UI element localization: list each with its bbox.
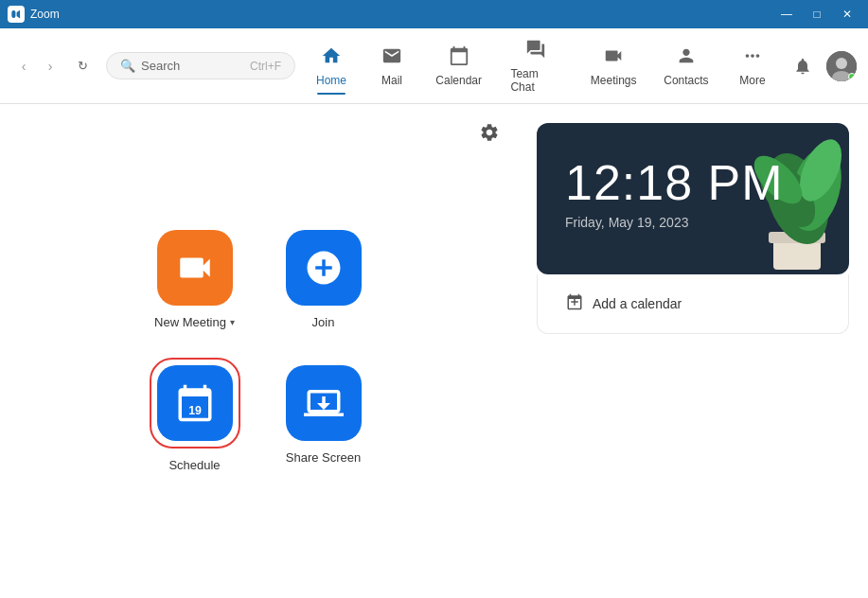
online-status-dot bbox=[848, 73, 856, 80]
app-title: Zoom bbox=[30, 8, 60, 21]
tab-mail[interactable]: Mail bbox=[363, 40, 420, 93]
calendar-add-icon bbox=[566, 293, 583, 314]
nav-right bbox=[788, 51, 857, 81]
tab-contacts[interactable]: Contacts bbox=[652, 40, 720, 93]
zoom-logo-icon bbox=[8, 6, 25, 23]
dropdown-arrow-icon: ▾ bbox=[230, 317, 235, 327]
new-meeting-item: New Meeting ▾ bbox=[154, 230, 235, 329]
tab-mail-label: Mail bbox=[381, 74, 402, 87]
tab-meetings-label: Meetings bbox=[591, 74, 637, 87]
mail-icon bbox=[381, 45, 402, 71]
refresh-button[interactable]: ↻ bbox=[70, 54, 95, 79]
search-placeholder: Search bbox=[141, 59, 244, 73]
tab-more-label: More bbox=[739, 74, 765, 87]
settings-button[interactable] bbox=[476, 119, 503, 146]
svg-text:19: 19 bbox=[188, 404, 202, 417]
forward-button[interactable]: › bbox=[38, 54, 62, 79]
avatar[interactable] bbox=[826, 51, 857, 81]
share-screen-label: Share Screen bbox=[286, 450, 362, 465]
tab-more[interactable]: More bbox=[724, 40, 781, 93]
join-label: Join bbox=[312, 315, 335, 329]
tab-contacts-label: Contacts bbox=[664, 74, 708, 87]
clock-date: Friday, May 19, 2023 bbox=[565, 215, 821, 230]
minimize-button[interactable]: — bbox=[773, 5, 800, 24]
schedule-selected-border: 19 bbox=[150, 358, 240, 448]
search-icon: 🔍 bbox=[120, 59, 135, 73]
tab-calendar-label: Calendar bbox=[435, 74, 482, 87]
meetings-icon bbox=[603, 45, 624, 71]
schedule-item: 19 Schedule bbox=[150, 358, 240, 472]
notifications-button[interactable] bbox=[788, 52, 817, 80]
calendar-icon bbox=[449, 45, 469, 71]
title-bar: Zoom — □ ✕ bbox=[0, 0, 868, 28]
new-meeting-button[interactable] bbox=[157, 230, 233, 306]
title-bar-left: Zoom bbox=[8, 6, 60, 23]
schedule-label: Schedule bbox=[168, 458, 220, 472]
chat-icon bbox=[525, 39, 546, 64]
search-shortcut: Ctrl+F bbox=[250, 60, 281, 73]
nav-tabs: Home Mail Calendar Team Chat bbox=[303, 33, 781, 99]
title-bar-controls: — □ ✕ bbox=[773, 5, 860, 24]
main-content: New Meeting ▾ Join bbox=[0, 104, 868, 598]
tab-calendar[interactable]: Calendar bbox=[424, 40, 493, 93]
clock-card: 12:18 PM Friday, May 19, 2023 bbox=[537, 123, 849, 274]
tab-team-chat[interactable]: Team Chat bbox=[497, 33, 575, 99]
more-icon bbox=[742, 45, 763, 71]
schedule-button[interactable]: 19 bbox=[157, 365, 233, 441]
left-panel: New Meeting ▾ Join bbox=[0, 104, 518, 598]
join-item: Join bbox=[286, 230, 362, 329]
right-panel: 12:18 PM Friday, May 19, 2023 Add a cale… bbox=[518, 104, 868, 598]
share-screen-item: Share Screen bbox=[286, 365, 362, 465]
tab-home-label: Home bbox=[316, 74, 346, 87]
contacts-icon bbox=[676, 45, 697, 71]
search-bar[interactable]: 🔍 Search Ctrl+F bbox=[106, 52, 295, 79]
clock-time: 12:18 PM bbox=[565, 158, 821, 207]
tab-meetings[interactable]: Meetings bbox=[578, 40, 647, 93]
home-icon bbox=[321, 45, 342, 71]
close-button[interactable]: ✕ bbox=[834, 5, 860, 24]
add-calendar-button[interactable]: Add a calendar bbox=[593, 296, 682, 311]
nav-back-fwd: ‹ › bbox=[11, 54, 62, 79]
svg-point-1 bbox=[836, 58, 847, 69]
nav-bar: ‹ › ↻ 🔍 Search Ctrl+F Home Mail Calendar bbox=[0, 28, 868, 104]
tab-home[interactable]: Home bbox=[303, 40, 360, 93]
zoom-logo: Zoom bbox=[8, 6, 60, 23]
share-screen-button[interactable] bbox=[286, 365, 362, 441]
back-button[interactable]: ‹ bbox=[11, 54, 36, 79]
action-grid: New Meeting ▾ Join bbox=[150, 230, 369, 472]
new-meeting-label: New Meeting ▾ bbox=[154, 315, 235, 329]
join-button[interactable] bbox=[286, 230, 362, 306]
calendar-section: Add a calendar bbox=[537, 274, 849, 334]
maximize-button[interactable]: □ bbox=[804, 5, 830, 24]
tab-team-chat-label: Team Chat bbox=[510, 67, 561, 94]
